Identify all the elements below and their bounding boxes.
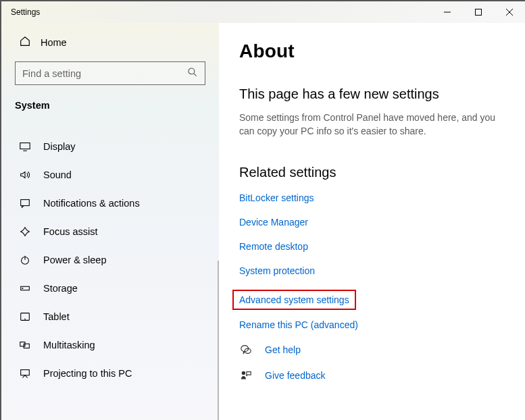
sidebar-item-sound[interactable]: Sound (1, 161, 219, 189)
svg-rect-1 (476, 9, 482, 16)
minimize-button[interactable] (432, 1, 463, 23)
link-bitlocker-settings[interactable]: BitLocker settings (239, 192, 505, 203)
notifications-icon (19, 197, 31, 209)
related-settings-heading: Related settings (239, 165, 505, 180)
power-icon (19, 254, 31, 266)
projecting-icon (19, 367, 31, 379)
search-icon (187, 67, 198, 80)
scrollbar[interactable] (218, 261, 219, 420)
sidebar-item-tablet[interactable]: Tablet (1, 303, 219, 331)
sidebar-item-notifications[interactable]: Notifications & actions (1, 189, 219, 217)
home-icon (19, 35, 31, 49)
sidebar-category: System (1, 100, 219, 117)
sidebar: Home System Display Sound Notifications … (1, 23, 219, 420)
svg-rect-17 (21, 370, 30, 375)
sidebar-item-label: Power & sleep (43, 255, 107, 265)
sidebar-item-focus-assist[interactable]: Focus assist (1, 217, 219, 246)
page-description: Some settings from Control Panel have mo… (239, 111, 505, 138)
sidebar-item-label: Display (43, 141, 76, 152)
sidebar-item-label: Sound (43, 169, 72, 180)
titlebar: Settings (1, 1, 525, 23)
sidebar-item-power-sleep[interactable]: Power & sleep (1, 246, 219, 274)
sidebar-item-storage[interactable]: Storage (1, 274, 219, 303)
home-label: Home (41, 37, 67, 48)
link-remote-desktop[interactable]: Remote desktop (239, 241, 505, 252)
sidebar-item-label: Storage (43, 283, 78, 294)
close-button[interactable] (494, 1, 525, 23)
home-link[interactable]: Home (1, 35, 219, 61)
give-feedback-row[interactable]: Give feedback (239, 369, 505, 382)
svg-point-20 (242, 371, 245, 375)
link-get-help[interactable]: Get help (265, 344, 301, 355)
sidebar-item-label: Tablet (43, 311, 70, 322)
link-give-feedback[interactable]: Give feedback (265, 370, 326, 381)
feedback-icon (239, 369, 253, 382)
highlight-box: Advanced system settings (232, 290, 356, 310)
svg-rect-21 (247, 372, 251, 375)
svg-point-19 (245, 348, 251, 353)
sidebar-item-label: Multitasking (43, 340, 95, 350)
sidebar-item-label: Projecting to this PC (43, 368, 132, 379)
search-input[interactable] (22, 68, 187, 79)
link-device-manager[interactable]: Device Manager (239, 217, 505, 228)
svg-rect-8 (21, 200, 30, 206)
tablet-icon (19, 311, 31, 323)
window-title: Settings (11, 7, 432, 17)
sound-icon (19, 169, 31, 181)
content-pane: About This page has a few new settings S… (219, 23, 525, 420)
display-icon (19, 140, 31, 153)
get-help-row[interactable]: Get help (239, 344, 505, 356)
multitasking-icon (19, 339, 31, 351)
focus-assist-icon (19, 226, 31, 238)
sidebar-item-label: Focus assist (43, 226, 98, 237)
sidebar-item-projecting[interactable]: Projecting to this PC (1, 359, 219, 388)
link-rename-pc-advanced[interactable]: Rename this PC (advanced) (239, 319, 505, 330)
sidebar-item-multitasking[interactable]: Multitasking (1, 331, 219, 359)
storage-icon (19, 282, 31, 294)
sidebar-item-label: Notifications & actions (43, 198, 140, 209)
link-system-protection[interactable]: System protection (239, 265, 505, 276)
sidebar-item-display[interactable]: Display (1, 132, 219, 161)
svg-line-5 (194, 74, 197, 76)
maximize-button[interactable] (463, 1, 494, 23)
get-help-icon (239, 344, 253, 356)
page-title: About (239, 41, 505, 62)
link-advanced-system-settings[interactable]: Advanced system settings (239, 294, 349, 305)
svg-rect-6 (20, 143, 30, 149)
svg-point-4 (189, 68, 195, 74)
svg-point-12 (22, 288, 23, 288)
page-subhead: This page has a few new settings (239, 86, 505, 102)
search-box[interactable] (15, 61, 205, 85)
